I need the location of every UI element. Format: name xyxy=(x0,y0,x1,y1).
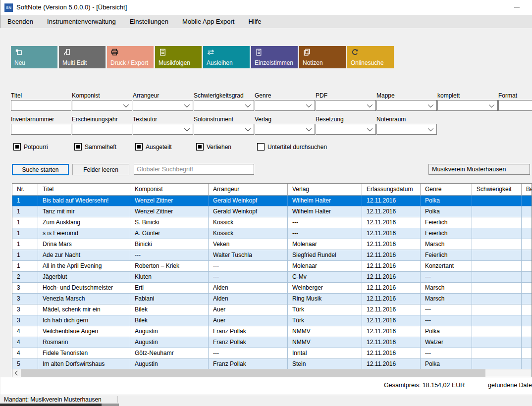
filter-field-komplett: komplett xyxy=(437,92,498,111)
table-cell: 3 xyxy=(12,304,38,315)
table-cell xyxy=(522,326,532,337)
printer-icon xyxy=(110,48,119,56)
table-row[interactable]: 1All in the April EveningRoberton – Krie… xyxy=(12,261,532,272)
table-cell: Augustin xyxy=(130,359,209,370)
checkbox-untertitel-durchsuchen[interactable] xyxy=(257,143,265,151)
column-header-verlag[interactable]: Verlag xyxy=(288,184,362,196)
table-cell: Polka xyxy=(421,326,472,337)
filter-label: Notenraum xyxy=(376,116,437,123)
checkbox-ausgeteilt[interactable] xyxy=(135,143,143,151)
filter-combo-pdf[interactable] xyxy=(316,100,376,111)
column-header-nr[interactable]: Nr. xyxy=(12,184,38,196)
filter-combo-soloinstrument[interactable] xyxy=(194,124,254,135)
status-bar: Mandant: Musikverein Musterhausen xyxy=(0,395,532,404)
clear-fields-button[interactable]: Felder leeren xyxy=(72,164,129,175)
chevron-down-icon xyxy=(306,126,312,131)
column-header-erfassungsdatum[interactable]: Erfassungsdatum xyxy=(362,184,421,196)
toolbar-tile-multi-edit[interactable]: Multi Edit xyxy=(59,46,106,68)
table-row[interactable]: 3Mädel, schenk mir einBilekAuerTürk12.11… xyxy=(12,304,532,315)
filter-combo-mappe[interactable] xyxy=(376,100,437,111)
column-header-genre[interactable]: Genre xyxy=(421,184,472,196)
checkbox-verliehen[interactable] xyxy=(196,143,204,151)
table-row[interactable]: 5Im alten DorfswirtshausAugustinFranz Po… xyxy=(12,359,532,370)
list-document-icon xyxy=(159,48,167,56)
toolbar-tile-label: Onlinesuche xyxy=(351,59,384,66)
table-cell xyxy=(522,359,532,370)
filter-input-format[interactable] xyxy=(498,100,532,111)
table-cell: 12.11.2016 xyxy=(362,250,421,261)
table-cell: --- xyxy=(421,348,472,359)
checkbox-row: PotpourriSammelheftAusgeteiltVerliehenUn… xyxy=(13,143,327,151)
table-cell xyxy=(472,196,522,206)
toolbar-tile-neu[interactable]: Neu xyxy=(11,46,57,68)
column-header-besetzung[interactable]: Besetzung xyxy=(522,184,532,196)
table-cell: 5 xyxy=(12,359,38,370)
filter-input-inventarnummer[interactable] xyxy=(11,124,71,135)
table-cell: 12.11.2016 xyxy=(362,217,421,228)
menu-item-einstellungen[interactable]: Einstellungen xyxy=(130,18,168,25)
table-cell: Alden xyxy=(209,294,288,304)
filter-combo-komplett[interactable] xyxy=(437,100,498,111)
filter-combo-arrangeur[interactable] xyxy=(133,100,193,111)
filter-field-textautor: Textautor xyxy=(133,116,193,135)
column-header-titel[interactable]: Titel xyxy=(38,184,130,196)
toolbar-tile-musikfolgen[interactable]: Musikfolgen xyxy=(155,46,202,68)
search-button[interactable]: Suche starten xyxy=(12,164,69,175)
table-row[interactable]: 1Bis bald auf Wiedersehn!Wenzel ZittnerG… xyxy=(12,196,532,206)
table-cell: Augustin xyxy=(130,326,209,337)
table-cell: 2 xyxy=(12,272,38,283)
menu-item-instrumentenverwaltung[interactable]: Instrumentenverwaltung xyxy=(47,18,116,25)
column-header-schwierigkeit[interactable]: Schwierigkeit xyxy=(472,184,522,196)
toolbar-tile-label: Multi Edit xyxy=(62,59,87,66)
filter-combo-komponist[interactable] xyxy=(72,100,132,111)
table-cell: NMMV xyxy=(288,337,362,348)
toolbar-tile-notizen[interactable]: Notizen xyxy=(299,46,346,68)
filter-combo-besetzung[interactable] xyxy=(316,124,376,135)
filter-input-titel[interactable] xyxy=(11,100,71,111)
table-row[interactable]: 1s is FeieromdA. GünterKossick---12.11.2… xyxy=(12,228,532,239)
table-cell xyxy=(522,196,532,206)
toolbar-tile-ausleihen[interactable]: Ausleihen xyxy=(203,46,250,68)
table-row[interactable]: 4RosmarinAugustinFranz PollakNMMV12.11.2… xyxy=(12,337,532,348)
filter-combo-notenraum[interactable] xyxy=(376,124,437,135)
menu-item-mobile-app-export[interactable]: Mobile App Export xyxy=(182,18,235,25)
horizontal-scrollbar[interactable] xyxy=(12,369,532,377)
table-row[interactable]: 1Tanz mit mirWenzel ZittnerGerald Weinko… xyxy=(12,206,532,217)
table-cell: Türk xyxy=(288,304,362,315)
toolbar-tile-einzelstimmen[interactable]: Einzelstimmen xyxy=(251,46,298,68)
table-row[interactable]: 4Fidele TenoristenGötz-Neuhamr---Inntal1… xyxy=(12,348,532,359)
filter-combo-genre[interactable] xyxy=(255,100,315,111)
minimize-button[interactable] xyxy=(507,0,527,14)
table-row[interactable]: 2JägerblutKluten---C-Mv12.11.2016--- xyxy=(12,272,532,283)
table-row[interactable]: 3Hoch- und DeutschmeisterErtlAldenWeinbe… xyxy=(12,283,532,294)
table-cell xyxy=(522,283,532,294)
table-row[interactable]: 1Drina MarsBinickiVekenMolenaar12.11.201… xyxy=(12,239,532,250)
table-row[interactable]: 1Ade zur Nacht---Walter TuschlaSiegfried… xyxy=(12,250,532,261)
table-row[interactable]: 4Veilchenblaue AugenAugustinFranz Pollak… xyxy=(12,326,532,337)
table-row[interactable]: 1Zum AusklangS. BinickiKossick---12.11.2… xyxy=(12,217,532,228)
global-search-input[interactable] xyxy=(134,164,254,175)
table-row[interactable]: 3Ich hab dich gernBilekAuerTürk12.11.201… xyxy=(12,315,532,326)
filter-input-erscheinungsjahr[interactable] xyxy=(72,124,132,135)
scroll-left-button[interactable] xyxy=(12,369,21,377)
filter-combo-schwierigkeitsgrad[interactable] xyxy=(194,100,254,111)
table-cell: Feierlich xyxy=(421,228,472,239)
table-cell: Jägerblut xyxy=(38,272,130,283)
table-cell: Polka xyxy=(421,196,472,206)
table-cell: Götz-Neuhamr xyxy=(130,348,209,359)
menu-item-hilfe[interactable]: Hilfe xyxy=(248,18,261,25)
column-header-arrangeur[interactable]: Arrangeur xyxy=(209,184,288,196)
scrollbar-thumb[interactable] xyxy=(21,369,485,377)
checkbox-potpourri[interactable] xyxy=(13,143,21,151)
table-row[interactable]: 3Venezia MarschFabianiAldenRing Musik12.… xyxy=(12,294,532,304)
table-cell: Tanz mit mir xyxy=(38,206,130,217)
client-selector[interactable]: Musikverein Musterhausen xyxy=(428,164,530,175)
menu-item-beenden[interactable]: Beenden xyxy=(7,18,33,25)
table-cell: 3 xyxy=(12,315,38,326)
column-header-komponist[interactable]: Komponist xyxy=(130,184,209,196)
filter-combo-verlag[interactable] xyxy=(255,124,315,135)
toolbar-tile-onlinesuche[interactable]: Onlinesuche xyxy=(347,46,394,68)
toolbar-tile-druck-export[interactable]: Druck / Export xyxy=(107,46,154,68)
checkbox-sammelheft[interactable] xyxy=(74,143,82,151)
filter-combo-textautor[interactable] xyxy=(133,124,193,135)
